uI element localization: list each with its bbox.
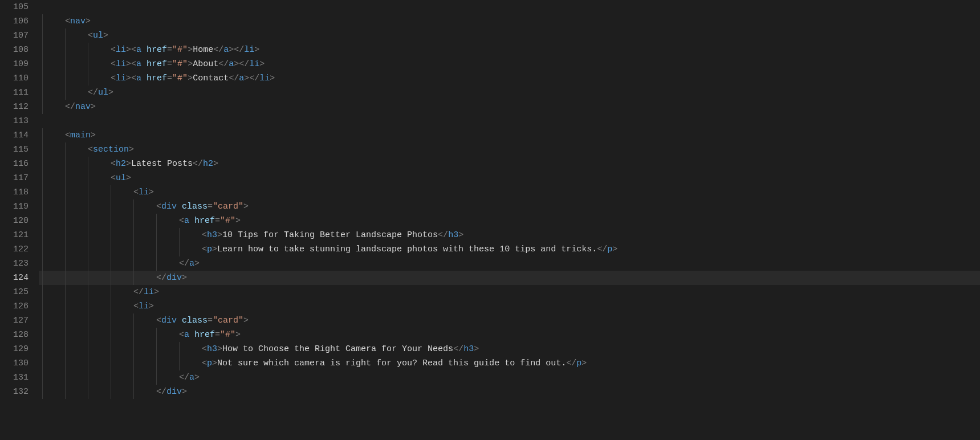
indent-guide xyxy=(156,228,179,242)
token-tag: ul xyxy=(116,173,126,183)
code-line[interactable]: </div> xyxy=(39,385,980,399)
token-txt xyxy=(177,202,182,211)
indent-guide xyxy=(42,28,65,43)
code-line[interactable]: <h3>10 Tips for Taking Better Landscape … xyxy=(39,228,980,242)
token-pun: > xyxy=(154,287,159,297)
token-tag: li xyxy=(116,74,126,83)
token-pun: </ xyxy=(179,259,189,268)
indent-guide xyxy=(65,43,88,57)
indent-guide xyxy=(42,85,65,100)
code-line[interactable]: <ul> xyxy=(39,171,980,185)
token-pun: = xyxy=(215,216,220,226)
code-line[interactable]: </div> xyxy=(39,271,980,285)
token-pun: </ xyxy=(597,245,607,254)
code-line[interactable] xyxy=(39,114,980,128)
line-number: 105 xyxy=(0,0,29,14)
token-pun: </ xyxy=(218,59,229,69)
token-pun: > xyxy=(270,74,275,83)
token-pun: > xyxy=(182,273,187,283)
code-line[interactable]: <li><a href="#">Home</a></li> xyxy=(39,43,980,57)
code-line[interactable]: <li> xyxy=(39,299,980,313)
token-tag: p xyxy=(207,358,212,368)
code-line[interactable]: <li> xyxy=(39,185,980,199)
indent-guide xyxy=(88,185,111,199)
indent-guide xyxy=(65,57,88,71)
indent-guide xyxy=(156,214,179,228)
code-line[interactable]: <section> xyxy=(39,142,980,157)
token-tag: div xyxy=(166,387,182,397)
indent-guide xyxy=(156,328,179,342)
token-txt xyxy=(141,74,147,83)
indent-guide xyxy=(65,157,88,171)
code-line[interactable]: <main> xyxy=(39,128,980,142)
token-pun: </ xyxy=(438,230,448,240)
indent-guide xyxy=(133,214,156,228)
indent-guide xyxy=(42,171,65,185)
token-pun: > xyxy=(103,31,108,40)
indent-guide xyxy=(133,313,156,328)
indent-guide xyxy=(42,313,65,328)
token-pun: < xyxy=(88,145,93,154)
indent-guide xyxy=(42,228,65,242)
code-line[interactable]: </a> xyxy=(39,256,980,271)
token-pun: ></ xyxy=(229,45,244,55)
indent-guide xyxy=(179,228,202,242)
code-line[interactable] xyxy=(39,0,980,14)
line-number: 115 xyxy=(0,142,29,157)
code-line[interactable]: </nav> xyxy=(39,100,980,114)
indent-guide xyxy=(42,356,65,370)
line-number: 107 xyxy=(0,28,29,43)
code-line[interactable]: </ul> xyxy=(39,85,980,100)
token-pun: < xyxy=(202,230,207,240)
token-tag: h3 xyxy=(207,230,217,240)
indent-guide xyxy=(65,356,88,370)
token-tag: li xyxy=(244,45,254,55)
token-pun: < xyxy=(111,59,116,69)
token-tag: nav xyxy=(70,17,86,26)
indent-guide xyxy=(133,370,156,385)
line-number: 116 xyxy=(0,157,29,171)
token-pun: > xyxy=(86,17,91,26)
token-tag: ul xyxy=(93,31,103,40)
token-str: "card" xyxy=(213,202,243,211)
code-line[interactable]: <a href="#"> xyxy=(39,214,980,228)
token-pun: > xyxy=(91,131,96,140)
line-number: 132 xyxy=(0,385,29,399)
indent-guide xyxy=(65,185,88,199)
code-line[interactable]: <nav> xyxy=(39,14,980,28)
code-line[interactable]: <li><a href="#">About</a></li> xyxy=(39,57,980,71)
line-number: 124 xyxy=(0,271,29,285)
indent-guide xyxy=(65,142,88,157)
line-number: 125 xyxy=(0,285,29,299)
indent-guide xyxy=(156,342,179,356)
code-line[interactable]: <p>Learn how to take stunning landscape … xyxy=(39,242,980,256)
indent-guide xyxy=(65,385,88,399)
code-line[interactable]: <h2>Latest Posts</h2> xyxy=(39,157,980,171)
indent-guide xyxy=(65,171,88,185)
token-attr: href xyxy=(147,59,167,69)
token-pun: < xyxy=(88,31,93,40)
indent-guide xyxy=(88,214,111,228)
token-pun: = xyxy=(208,316,213,325)
line-number: 110 xyxy=(0,71,29,85)
token-pun: < xyxy=(202,358,207,368)
indent-guide xyxy=(88,370,111,385)
code-line[interactable]: <h3>How to Choose the Right Camera for Y… xyxy=(39,342,980,356)
code-line[interactable]: </a> xyxy=(39,370,980,385)
code-editor-area[interactable]: <nav><ul><li><a href="#">Home</a></li><l… xyxy=(39,0,980,440)
token-tag: li xyxy=(144,287,154,297)
indent-guide xyxy=(111,385,133,399)
indent-guide xyxy=(111,214,133,228)
code-line[interactable]: <a href="#"> xyxy=(39,328,980,342)
indent-guide xyxy=(88,157,111,171)
token-pun: > xyxy=(612,245,617,254)
code-line[interactable]: <ul> xyxy=(39,28,980,43)
code-line[interactable]: <li><a href="#">Contact</a></li> xyxy=(39,71,980,85)
indent-guide xyxy=(65,285,88,299)
token-pun: </ xyxy=(133,287,144,297)
indent-guide xyxy=(42,256,65,271)
code-line[interactable]: </li> xyxy=(39,285,980,299)
code-line[interactable]: <p>Not sure which camera is right for yo… xyxy=(39,356,980,370)
code-line[interactable]: <div class="card"> xyxy=(39,199,980,214)
code-line[interactable]: <div class="card"> xyxy=(39,313,980,328)
